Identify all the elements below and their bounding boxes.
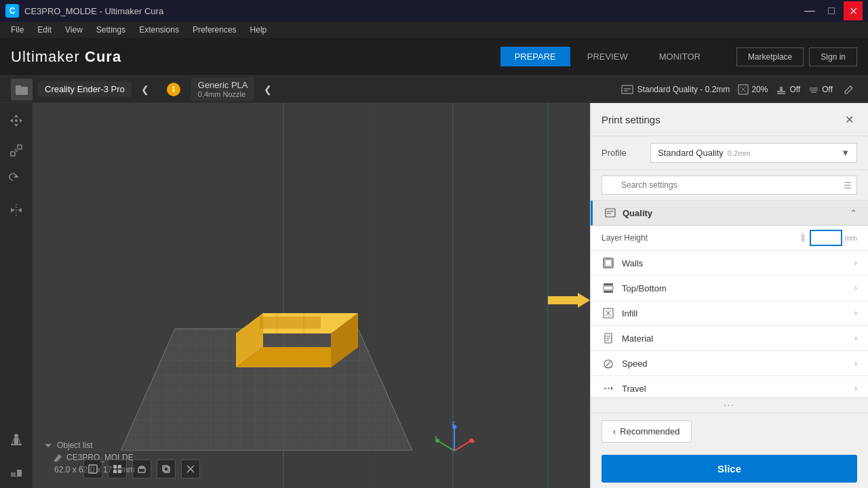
menu-view[interactable]: View (60, 24, 88, 36)
sidebar-scale-icon[interactable] (4, 138, 28, 163)
quality-display: Standard Quality - 0.2mm (621, 83, 730, 96)
layer-height-label: Layer Height (601, 233, 796, 243)
quality-section-label: Quality (623, 208, 850, 218)
layer-height-input[interactable]: 0.2 (810, 230, 842, 246)
topbottom-icon (601, 281, 615, 295)
svg-line-29 (12, 438, 14, 444)
sidebar-rotate-icon[interactable] (4, 168, 28, 192)
svg-marker-25 (18, 208, 22, 212)
svg-marker-16 (10, 119, 13, 123)
material-settings-icon (601, 331, 615, 345)
svg-rect-10 (777, 93, 785, 94)
obj-btn-delete[interactable] (181, 460, 200, 479)
obj-btn-select[interactable] (83, 460, 102, 479)
infill-icon (738, 84, 749, 95)
sidebar-move-icon[interactable] (4, 108, 28, 133)
svg-rect-79 (604, 286, 613, 290)
material-selector[interactable]: Generic PLA 0.4mm Nozzle (191, 77, 255, 101)
profile-subvalue: 0.2mm (728, 149, 751, 157)
dots-row: ··· (591, 396, 868, 413)
settings-item-material[interactable]: Material › (591, 326, 868, 351)
window-title: CE3PRO_MOLDE - Ultimaker Cura (24, 6, 163, 16)
infill-stat: 20% (738, 84, 768, 95)
obj-btn-arrange[interactable] (108, 460, 127, 479)
sidebar-mirror-icon[interactable] (4, 198, 28, 222)
material-badge: 1 (167, 83, 180, 96)
brand-bold: Cura (85, 48, 121, 65)
marketplace-button[interactable]: Marketplace (736, 47, 804, 66)
svg-point-73 (802, 239, 804, 241)
svg-marker-24 (11, 208, 15, 212)
settings-item-speed[interactable]: Speed › (591, 351, 868, 376)
layer-height-link-icon[interactable] (796, 234, 810, 242)
travel-label: Travel (622, 384, 854, 394)
tab-preview[interactable]: PREVIEW (573, 47, 642, 66)
support-value: Off (789, 85, 800, 94)
recommended-button[interactable]: ‹ Recommended (601, 420, 692, 443)
axis-indicator: X Y Z (434, 420, 475, 461)
printer-folder-icon[interactable] (11, 79, 33, 100)
profile-select[interactable]: Standard Quality 0.2mm ▼ (650, 143, 857, 163)
svg-rect-32 (17, 470, 22, 476)
minimize-button[interactable]: — (800, 1, 819, 20)
menu-edit[interactable]: Edit (32, 24, 57, 36)
svg-point-28 (14, 434, 18, 438)
obj-btn-group[interactable] (132, 460, 151, 479)
recommended-label: Recommended (620, 426, 679, 436)
sidebar-support-icon[interactable] (4, 428, 28, 453)
tab-prepare[interactable]: PREPARE (500, 47, 570, 66)
sidebar-permodel-icon[interactable] (4, 458, 28, 483)
edit-settings-icon[interactable] (841, 81, 857, 98)
search-input[interactable] (601, 176, 857, 195)
svg-marker-15 (14, 124, 18, 127)
profile-value: Standard Quality (658, 148, 724, 158)
material-nav-prev[interactable]: ❮ (260, 81, 276, 98)
svg-line-49 (437, 441, 454, 451)
menu-file[interactable]: File (5, 24, 29, 36)
svg-rect-59 (113, 465, 117, 468)
nav-tabs: PREPARE PREVIEW MONITOR (500, 47, 715, 66)
menu-extensions[interactable]: Extensions (134, 24, 184, 36)
search-row: 🔍 ☰ (591, 170, 868, 201)
layer-height-row: Layer Height 0.2 mm (591, 226, 868, 251)
object-list-label: Object list (57, 441, 93, 450)
quality-section-icon (604, 206, 617, 220)
svg-marker-17 (20, 119, 22, 123)
settings-item-infill[interactable]: Infill › (591, 301, 868, 326)
profile-label: Profile (601, 148, 642, 158)
panel-close-button[interactable]: ✕ (841, 111, 857, 127)
topbottom-chevron: › (854, 283, 857, 293)
obj-btn-copy[interactable] (157, 460, 176, 479)
svg-rect-20 (18, 145, 22, 149)
tab-monitor[interactable]: MONITOR (645, 47, 715, 66)
travel-icon (601, 382, 615, 395)
menu-help[interactable]: Help (245, 24, 273, 36)
svg-rect-60 (118, 465, 121, 468)
svg-rect-1 (16, 85, 21, 87)
quality-section-header[interactable]: Quality ⌃ (591, 201, 868, 226)
printer-nav-prev[interactable]: ❮ (137, 81, 153, 98)
settings-item-travel[interactable]: Travel › (591, 376, 868, 396)
close-button[interactable]: ✕ (844, 1, 863, 20)
object-list-item[interactable]: Object list (43, 441, 135, 450)
signin-button[interactable]: Sign in (809, 47, 857, 66)
printer-selector[interactable]: Creality Ender-3 Pro (38, 81, 132, 97)
menu-preferences[interactable]: Preferences (187, 24, 242, 36)
settings-item-walls[interactable]: Walls › (591, 251, 868, 276)
material-chevron: › (854, 333, 857, 343)
header-actions: Marketplace Sign in (736, 47, 857, 66)
svg-rect-65 (164, 467, 170, 472)
svg-rect-69 (606, 209, 615, 217)
svg-rect-0 (16, 87, 28, 95)
settings-menu-icon[interactable]: ☰ (844, 180, 852, 190)
panel-title: Print settings (601, 114, 660, 125)
svg-text:Z: Z (452, 420, 455, 426)
menu-settings[interactable]: Settings (91, 24, 131, 36)
maximize-button[interactable]: □ (822, 1, 841, 20)
brand-logo: Ultimaker Cura (11, 48, 121, 66)
viewport[interactable]: X Y Z Object list CE3PRO_MOLDE 62.0 x 62… (33, 103, 590, 488)
slice-button[interactable]: Slice (601, 455, 857, 483)
settings-item-topbottom[interactable]: Top/Bottom › (591, 276, 868, 301)
material-label: Material (622, 333, 854, 344)
brand-light: Ultimaker (11, 48, 80, 65)
